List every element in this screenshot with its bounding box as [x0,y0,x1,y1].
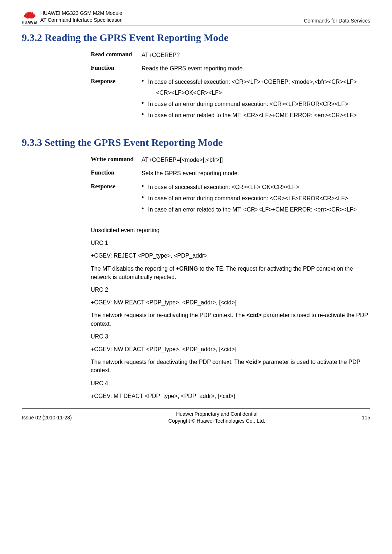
response-label-2: Response [91,183,142,217]
footer-right: 115 [362,415,370,420]
function-value: Reads the GPRS event reporting mode. [142,64,370,73]
response2-item-3: In case of an error related to the MT: <… [142,205,370,214]
urc3-desc: The network requests for deactivating th… [91,358,370,374]
function-label-2: Function [91,169,142,177]
body-block: Unsolicited event reporting URC 1 +CGEV:… [91,226,370,400]
write-command-row: Write command AT+CGEREP=[<mode>[,<bfr>]] [91,156,370,164]
response2-item-2: In case of an error during command execu… [142,194,370,202]
response-item-1-sub: <CR><LF>OK<CR><LF> [156,89,370,97]
huawei-logo-icon [22,9,37,21]
urc1-desc: The MT disables the reporting of +CRING … [91,264,370,281]
response2-item-1: In case of successful execution: <CR><LF… [142,183,370,191]
header-left: HUAWEI MG323 GSM M2M Module AT Command I… [40,10,123,24]
response-row-2: Response In case of successful execution… [91,183,370,217]
function-value-2: Sets the GPRS event reporting mode. [142,169,370,177]
response-item-2: In case of an error during command execu… [142,100,370,108]
function-row: Function Reads the GPRS event reporting … [91,64,370,73]
urc4-label: URC 4 [91,379,370,387]
section-932-table: Read command AT+CGEREP? Function Reads t… [91,51,370,122]
urc3-desc-a: The network requests for deactivating th… [91,359,246,365]
section-933-table: Write command AT+CGEREP=[<mode>[,<bfr>]]… [91,156,370,217]
urc2-desc-bold: <cid> [246,312,262,318]
urc2-desc: The network requests for re-activating t… [91,311,370,328]
urc2-label: URC 2 [91,286,370,294]
header-titles: HUAWEI MG323 GSM M2M Module AT Command I… [40,10,370,24]
header-product-line1: HUAWEI MG323 GSM M2M Module [40,10,123,17]
response-item-3: In case of an error related to the MT: <… [142,111,370,119]
urc3-desc-bold: <cid> [246,359,261,365]
urc1-label: URC 1 [91,239,370,247]
read-command-label: Read command [91,51,142,59]
footer-left: Issue 02 (2010-11-23) [22,415,72,420]
unsolicited-heading: Unsolicited event reporting [91,226,370,234]
page-header: HUAWEI HUAWEI MG323 GSM M2M Module AT Co… [22,9,370,24]
write-command-value: AT+CGEREP=[<mode>[,<bfr>]] [142,156,370,164]
header-right: Commands for Data Services [304,18,370,24]
section-933-title: 9.3.3 Setting the GPRS Event Reporting M… [22,137,370,148]
read-command-value: AT+CGEREP? [142,51,370,59]
response-value: In case of successful execution: <CR><LF… [142,78,370,122]
urc1-cmd: +CGEV: REJECT <PDP_type>, <PDP_addr> [91,251,370,260]
response-item-1: In case of successful execution: <CR><LF… [142,78,370,97]
response-row: Response In case of successful execution… [91,78,370,122]
urc3-label: URC 3 [91,332,370,341]
function-row-2: Function Sets the GPRS event reporting m… [91,169,370,177]
page: HUAWEI HUAWEI MG323 GSM M2M Module AT Co… [0,0,392,554]
footer-center-1: Huawei Proprietary and Confidential [168,411,265,418]
response-label: Response [91,78,142,122]
header-product-line2: AT Command Interface Specification [40,17,123,24]
read-command-row: Read command AT+CGEREP? [91,51,370,59]
section-932-title: 9.3.2 Reading the GPRS Event Reporting M… [22,32,370,44]
urc2-desc-a: The network requests for re-activating t… [91,312,246,318]
urc1-desc-bold: +CRING [176,266,198,272]
header-underline [22,25,370,25]
footer-center-2: Copyright © Huawei Technologies Co., Ltd… [168,418,265,424]
response-value-2: In case of successful execution: <CR><LF… [142,183,370,217]
huawei-logo: HUAWEI [22,9,37,24]
urc4-cmd: +CGEV: MT DEACT <PDP_type>, <PDP_addr>, … [91,392,370,400]
urc3-cmd: +CGEV: NW DEACT <PDP_type>, <PDP_addr>, … [91,345,370,353]
write-command-label: Write command [91,156,142,164]
function-label: Function [91,64,142,73]
response-item-1-text: In case of successful execution: <CR><LF… [148,79,357,85]
page-footer: Issue 02 (2010-11-23) Huawei Proprietary… [22,409,370,424]
urc1-desc-a: The MT disables the reporting of [91,266,176,272]
urc2-cmd: +CGEV: NW REACT <PDP_type>, <PDP_addr>, … [91,298,370,307]
footer-center: Huawei Proprietary and Confidential Copy… [168,411,265,424]
